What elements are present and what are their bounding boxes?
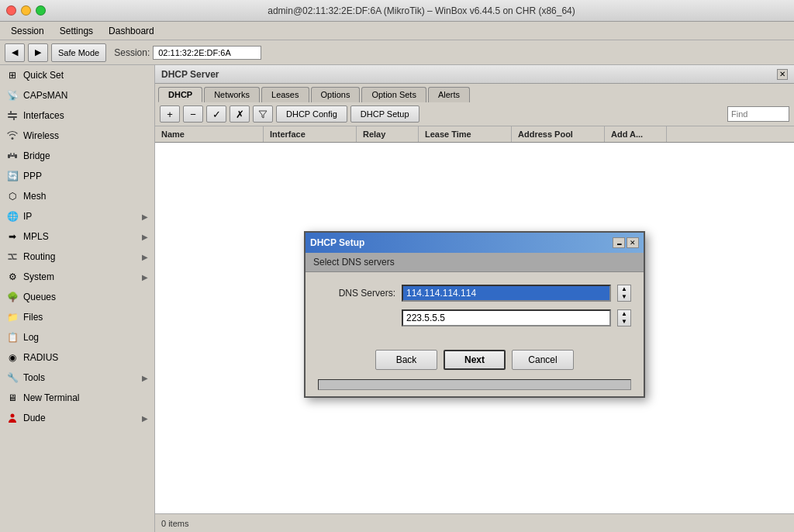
filter-button[interactable] bbox=[253, 105, 273, 123]
toolbar: ◀ ▶ Safe Mode Session: 02:11:32:2E:DF:6A bbox=[0, 40, 794, 65]
ip-icon: 🌐 bbox=[6, 210, 19, 223]
dhcp-setup-button[interactable]: DHCP Setup bbox=[350, 105, 419, 123]
title-bar: admin@02:11:32:2E:DF:6A (MikroTik) – Win… bbox=[0, 0, 794, 22]
add-button[interactable]: + bbox=[160, 105, 180, 123]
back-button[interactable]: ◀ bbox=[5, 43, 25, 62]
dhcp-config-button[interactable]: DHCP Config bbox=[276, 105, 347, 123]
close-button[interactable] bbox=[6, 5, 16, 16]
sidebar-item-files[interactable]: 📁 Files bbox=[0, 307, 154, 327]
sidebar-item-wireless[interactable]: Wireless bbox=[0, 126, 154, 146]
tab-leases[interactable]: Leases bbox=[261, 87, 309, 102]
tab-networks[interactable]: Networks bbox=[204, 87, 260, 102]
dns1-input[interactable] bbox=[402, 285, 611, 302]
tab-options[interactable]: Options bbox=[311, 87, 361, 102]
dns1-spinner[interactable]: ▲ ▼ bbox=[617, 285, 631, 302]
mpls-arrow-icon: ▶ bbox=[142, 233, 148, 241]
sidebar-item-label: IP bbox=[23, 211, 32, 222]
sidebar-item-bridge[interactable]: Bridge bbox=[0, 146, 154, 166]
mesh-icon: ⬡ bbox=[6, 190, 19, 202]
interfaces-icon bbox=[6, 109, 19, 122]
menu-settings[interactable]: Settings bbox=[52, 24, 101, 38]
tools-arrow-icon: ▶ bbox=[142, 374, 148, 382]
svg-rect-8 bbox=[13, 153, 15, 157]
spinner-down[interactable]: ▼ bbox=[618, 293, 630, 301]
session-label: Session: bbox=[114, 47, 150, 58]
col-address-pool: Address Pool bbox=[512, 126, 605, 142]
sidebar-item-tools[interactable]: 🔧 Tools ▶ bbox=[0, 368, 154, 388]
cancel-button[interactable]: Cancel bbox=[512, 350, 574, 370]
window-title: admin@02:11:32:2E:DF:6A (MikroTik) – Win… bbox=[55, 5, 788, 16]
remove-button[interactable]: − bbox=[183, 105, 203, 123]
action-toolbar: + − ✓ ✗ DHCP Config DHCP Setup bbox=[155, 102, 794, 126]
dialog-controls[interactable]: 🗕 ✕ bbox=[613, 237, 639, 248]
dns2-spinner-up[interactable]: ▲ bbox=[618, 310, 630, 318]
sidebar-item-label: Interfaces bbox=[23, 110, 64, 121]
dns2-spinner-down[interactable]: ▼ bbox=[618, 318, 630, 326]
tab-alerts[interactable]: Alerts bbox=[428, 87, 470, 102]
routing-icon bbox=[6, 250, 19, 263]
forward-button[interactable]: ▶ bbox=[28, 43, 48, 62]
system-icon: ⚙ bbox=[6, 271, 19, 283]
sidebar-item-ip[interactable]: 🌐 IP ▶ bbox=[0, 206, 154, 226]
sidebar-item-queues[interactable]: 🌳 Queues bbox=[0, 287, 154, 307]
back-button[interactable]: Back bbox=[375, 350, 437, 370]
sidebar-item-dude[interactable]: Dude ▶ bbox=[0, 408, 154, 428]
sidebar-item-capsman[interactable]: 📡 CAPsMAN bbox=[0, 85, 154, 105]
sidebar-item-label: Bridge bbox=[23, 150, 50, 161]
sidebar-item-quick-set[interactable]: ⊞ Quick Set bbox=[0, 65, 154, 85]
sidebar-item-log[interactable]: 📋 Log bbox=[0, 327, 154, 347]
minimize-button[interactable] bbox=[21, 5, 31, 16]
spinner-up[interactable]: ▲ bbox=[618, 285, 630, 293]
dns-label: DNS Servers: bbox=[318, 288, 395, 299]
capsman-icon: 📡 bbox=[6, 89, 19, 102]
terminal-icon: 🖥 bbox=[6, 392, 19, 404]
dialog-minimize-button[interactable]: 🗕 bbox=[613, 237, 625, 248]
dns2-input[interactable] bbox=[402, 309, 611, 326]
dialog-close-button[interactable]: ✕ bbox=[627, 237, 639, 248]
dude-arrow-icon: ▶ bbox=[142, 414, 148, 423]
dns2-row: ▲ ▼ bbox=[402, 309, 631, 326]
dialog-progress-bar bbox=[318, 379, 631, 390]
next-button[interactable]: Next bbox=[444, 350, 506, 370]
cross-button[interactable]: ✗ bbox=[230, 105, 250, 123]
sidebar-item-ppp[interactable]: 🔄 PPP bbox=[0, 166, 154, 186]
find-input[interactable] bbox=[727, 106, 789, 122]
sidebar-item-interfaces[interactable]: Interfaces bbox=[0, 105, 154, 126]
col-name: Name bbox=[155, 126, 264, 142]
sidebar-item-radius[interactable]: ◉ RADIUS bbox=[0, 347, 154, 368]
sidebar-item-routing[interactable]: Routing ▶ bbox=[0, 247, 154, 267]
status-bar: 0 items bbox=[155, 513, 794, 532]
tab-option-sets[interactable]: Option Sets bbox=[361, 87, 426, 102]
system-arrow-icon: ▶ bbox=[142, 273, 148, 282]
sidebar-item-label: RADIUS bbox=[23, 352, 58, 363]
sidebar-item-mesh[interactable]: ⬡ Mesh bbox=[0, 186, 154, 206]
table-header: Name Interface Relay Lease Time Address … bbox=[155, 126, 794, 143]
tab-dhcp[interactable]: DHCP bbox=[158, 87, 202, 102]
ppp-icon: 🔄 bbox=[6, 170, 19, 182]
sidebar-item-system[interactable]: ⚙ System ▶ bbox=[0, 267, 154, 287]
sidebar-item-label: Mesh bbox=[23, 191, 46, 202]
sidebar-item-mpls[interactable]: ➡ MPLS ▶ bbox=[0, 226, 154, 247]
dialog-subtitle: Select DNS servers bbox=[306, 253, 644, 272]
check-button[interactable]: ✓ bbox=[206, 105, 226, 123]
dhcp-window-title-bar: DHCP Server ✕ bbox=[155, 65, 794, 84]
window-controls[interactable] bbox=[6, 5, 46, 16]
dns2-spinner[interactable]: ▲ ▼ bbox=[617, 309, 631, 326]
mpls-icon: ➡ bbox=[6, 230, 19, 243]
col-lease-time: Lease Time bbox=[419, 126, 512, 142]
menu-session[interactable]: Session bbox=[3, 24, 52, 38]
dialog-footer: Back Next Cancel bbox=[306, 344, 644, 379]
svg-rect-3 bbox=[13, 118, 15, 120]
menu-dashboard[interactable]: Dashboard bbox=[101, 24, 162, 38]
main-layout: ⊞ Quick Set 📡 CAPsMAN Interfaces Wireles… bbox=[0, 65, 794, 532]
safe-mode-button[interactable]: Safe Mode bbox=[51, 43, 106, 62]
dhcp-close-button[interactable]: ✕ bbox=[777, 69, 788, 80]
wireless-icon bbox=[6, 130, 19, 142]
log-icon: 📋 bbox=[6, 331, 19, 344]
sidebar-item-label: New Terminal bbox=[23, 392, 79, 403]
menu-bar: Session Settings Dashboard bbox=[0, 22, 794, 40]
maximize-button[interactable] bbox=[36, 5, 46, 16]
sidebar-item-new-terminal[interactable]: 🖥 New Terminal bbox=[0, 388, 154, 408]
filter-icon bbox=[258, 109, 268, 119]
files-icon: 📁 bbox=[6, 311, 19, 323]
